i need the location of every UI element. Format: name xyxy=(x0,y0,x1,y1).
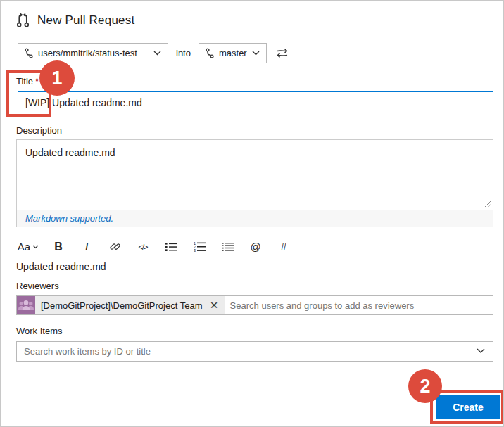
team-avatar xyxy=(17,296,35,314)
required-asterisk: * xyxy=(35,76,39,87)
numbered-list-button[interactable]: 1 2 3 xyxy=(185,237,213,256)
work-item-link-button[interactable]: # xyxy=(270,237,298,256)
reviewers-search-placeholder[interactable]: Search users and groups to add as review… xyxy=(230,300,415,311)
create-button[interactable]: Create xyxy=(436,395,500,419)
chevron-down-icon xyxy=(32,245,39,249)
numbered-list-icon: 1 2 3 xyxy=(194,241,206,252)
remove-reviewer-icon[interactable]: × xyxy=(207,298,225,313)
source-branch-name: users/mmitrik/status-test xyxy=(38,48,149,58)
work-items-label: Work Items xyxy=(16,326,63,336)
code-button[interactable]: </> xyxy=(129,237,157,256)
formatting-toolbar: Aa B I </> 1 2 3 xyxy=(12,237,298,256)
swap-branches-icon[interactable] xyxy=(275,46,290,60)
annotation-step-1-badge: 1 xyxy=(39,60,75,96)
task-list-button[interactable] xyxy=(213,237,241,256)
chevron-down-icon xyxy=(153,51,161,56)
work-items-search-input[interactable] xyxy=(16,341,493,362)
description-preview-text: Updated readme.md xyxy=(16,261,106,272)
branch-icon xyxy=(25,48,33,58)
page-title: New Pull Request xyxy=(37,13,134,27)
target-branch-name: master xyxy=(219,48,247,58)
bullet-list-button[interactable] xyxy=(157,237,185,256)
markdown-supported-link[interactable]: Markdown supported. xyxy=(25,213,113,224)
target-branch-dropdown[interactable]: master xyxy=(199,43,267,63)
into-label: into xyxy=(176,48,191,58)
description-footer: Markdown supported. xyxy=(17,210,493,227)
bold-button[interactable]: B xyxy=(44,237,73,256)
reviewer-chip-name: [DemoGitProject]\DemoGitProject Team xyxy=(35,300,207,311)
page-header: New Pull Request xyxy=(15,12,134,28)
resize-handle-icon[interactable] xyxy=(484,200,491,208)
title-input[interactable] xyxy=(18,91,493,113)
new-pull-request-form: New Pull Request users/mmitrik/status-te… xyxy=(0,0,504,427)
link-button[interactable] xyxy=(101,237,129,256)
branch-selector-row: users/mmitrik/status-test into master xyxy=(18,43,290,63)
description-box: Updated readme.md Markdown supported. xyxy=(16,139,493,227)
description-label: Description xyxy=(16,125,62,136)
text-format-dropdown-button[interactable]: Aa xyxy=(12,237,44,256)
reviewer-chip[interactable]: [DemoGitProject]\DemoGitProject Team × xyxy=(17,296,225,314)
italic-button[interactable]: I xyxy=(73,237,101,256)
work-items-input-row xyxy=(16,341,493,362)
branch-icon xyxy=(206,48,214,58)
reviewers-input-row[interactable]: [DemoGitProject]\DemoGitProject Team × S… xyxy=(16,295,493,315)
source-branch-dropdown[interactable]: users/mmitrik/status-test xyxy=(18,43,168,63)
task-list-icon xyxy=(222,242,234,252)
description-textarea[interactable]: Updated readme.md xyxy=(17,140,493,210)
title-label: Title* xyxy=(16,76,39,87)
reviewers-label: Reviewers xyxy=(16,281,59,291)
chevron-down-icon xyxy=(252,51,260,56)
link-icon xyxy=(109,241,121,253)
bullet-list-icon xyxy=(165,242,177,252)
svg-text:3: 3 xyxy=(194,248,196,252)
pull-request-icon xyxy=(15,12,31,28)
mention-button[interactable]: @ xyxy=(241,237,270,256)
